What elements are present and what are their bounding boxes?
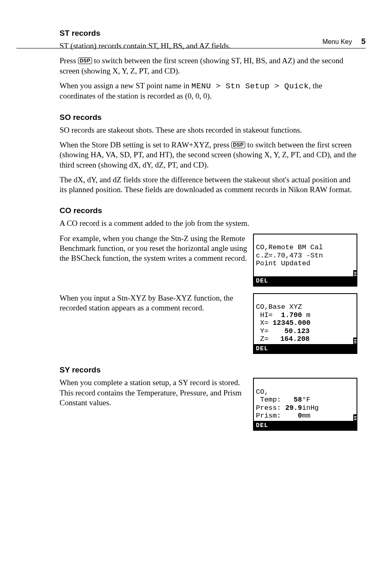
heading-so-records: SO records: [60, 113, 357, 122]
lcd3-temp: Temp: 58°F: [256, 396, 311, 404]
heading-sy-records: SY records: [60, 365, 357, 374]
header-rule: [16, 48, 366, 48]
dsp-key-icon: DSP: [231, 142, 245, 148]
header-chapter: 5: [361, 37, 366, 46]
lcd2-y: Y= 50.123: [256, 327, 310, 335]
lcd2-l1: CO,Base XYZ: [256, 303, 302, 311]
co-p2: For example, when you change the Stn-Z u…: [60, 234, 247, 264]
st-p3: When you assign a new ST point name in M…: [60, 81, 357, 101]
st-p2a: Press: [60, 56, 78, 65]
lcd2-hi: HI= 1.700 m: [256, 311, 311, 319]
lcd2-z: Z= 164.208: [256, 335, 310, 343]
dsp-key-icon: DSP: [78, 57, 92, 64]
softkey-del[interactable]: DEL: [254, 421, 357, 430]
softkey-del[interactable]: DEL: [254, 344, 357, 353]
so-p2: When the Store DB setting is set to RAW+…: [60, 140, 357, 170]
so-p1: SO records are stakeout shots. These are…: [60, 125, 357, 135]
scroll-indicator-icon: [353, 270, 357, 277]
so-p3: The dX, dY, and dZ fields store the diff…: [60, 175, 357, 195]
scroll-indicator-icon: [353, 414, 357, 421]
lcd3-l1: CO,: [256, 388, 269, 396]
co-p1: A CO record is a comment added to the jo…: [60, 218, 357, 228]
lcd2-x: X= 12345.000: [256, 319, 310, 327]
so-p2a: When the Store DB setting is set to RAW+…: [60, 140, 231, 149]
st-p2b: to switch between the first screen (show…: [60, 56, 343, 75]
lcd-remote-bm: CO,Remote BM Cal c.Z=.70,473 -Stn Point …: [253, 234, 357, 287]
heading-co-records: CO records: [60, 206, 357, 215]
lcd-sy: CO, Temp: 58°F Press: 29.9inHg Prism: 0m…: [253, 378, 357, 431]
st-p1: ST (station) records contain ST, HI, BS,…: [60, 41, 357, 51]
st-p2: Press DSP to switch between the first sc…: [60, 56, 357, 76]
lcd-base-xyz: CO,Base XYZ HI= 1.700 m X= 12345.000 Y= …: [253, 293, 357, 354]
running-header: Menu Key 5: [322, 37, 366, 46]
sy-p1: When you complete a station setup, a SY …: [60, 378, 247, 408]
header-section: Menu Key: [322, 38, 352, 45]
lcd1-l1: CO,Remote BM Cal: [256, 243, 323, 251]
heading-st-records: ST records: [60, 29, 357, 38]
softkey-del[interactable]: DEL: [254, 276, 357, 285]
lcd3-press: Press: 29.9inHg: [256, 404, 319, 412]
st-p3a: When you assign a new ST point name in: [60, 81, 191, 90]
co-p3: When you input a Stn-XYZ by Base-XYZ fun…: [60, 293, 247, 313]
scroll-indicator-icon: [353, 338, 357, 344]
lcd3-prism: Prism: 0mm: [256, 412, 311, 420]
lcd1-l2: c.Z=.70,473 -Stn: [256, 252, 323, 260]
menu-path: MENU > Stn Setup > Quick: [191, 82, 309, 91]
lcd1-l3: Point Updated: [256, 260, 311, 267]
